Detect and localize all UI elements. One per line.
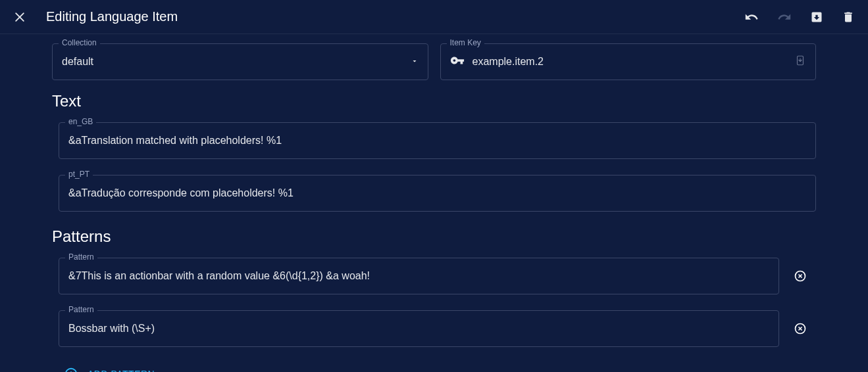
archive-icon xyxy=(810,11,823,24)
pattern-input-1[interactable] xyxy=(68,323,769,335)
collection-field-wrap: Collection default xyxy=(52,43,428,80)
redo-icon xyxy=(777,10,792,24)
item-key-input[interactable] xyxy=(472,56,795,68)
page-title: Editing Language Item xyxy=(46,9,178,24)
key-icon xyxy=(450,53,465,70)
close-icon xyxy=(13,11,26,24)
pattern-input-wrap-0[interactable] xyxy=(59,258,779,294)
svg-point-9 xyxy=(66,369,77,372)
pattern-label-1: Pattern xyxy=(65,305,97,314)
add-pattern-label: ADD PATTERN xyxy=(88,369,155,372)
text-label-pt-pt: pt_PT xyxy=(65,170,93,179)
text-input-pt-pt-wrap[interactable] xyxy=(59,175,816,212)
pattern-input-wrap-1[interactable] xyxy=(59,310,779,347)
text-fields-group: en_GB pt_PT xyxy=(59,122,816,212)
patterns-section-title: Patterns xyxy=(52,227,816,246)
redo-button xyxy=(776,9,793,26)
item-key-label: Item Key xyxy=(447,38,484,47)
item-key-field[interactable] xyxy=(440,43,817,80)
text-input-en-gb-wrap[interactable] xyxy=(59,122,816,159)
header-left: Editing Language Item xyxy=(12,9,178,25)
text-field-en-gb: en_GB xyxy=(59,122,816,159)
undo-button[interactable] xyxy=(743,9,760,26)
header: Editing Language Item xyxy=(0,0,868,34)
plus-circle-icon xyxy=(64,367,78,372)
collection-select[interactable]: default xyxy=(52,43,428,80)
trash-icon xyxy=(842,11,855,24)
content: Collection default Item Key xyxy=(0,34,868,372)
text-input-en-gb[interactable] xyxy=(68,135,806,147)
text-input-pt-pt[interactable] xyxy=(68,187,806,199)
undo-icon xyxy=(744,10,759,24)
collection-label: Collection xyxy=(59,38,100,47)
header-actions xyxy=(743,9,856,26)
remove-circle-icon xyxy=(794,269,807,283)
clipboard-icon[interactable] xyxy=(794,55,806,69)
item-key-field-wrap: Item Key xyxy=(440,43,817,80)
chevron-down-icon xyxy=(411,56,419,68)
archive-button[interactable] xyxy=(809,9,825,25)
pattern-field-wrap-1: Pattern xyxy=(59,310,779,347)
delete-button[interactable] xyxy=(840,9,856,25)
remove-pattern-button-1[interactable] xyxy=(794,322,807,335)
pattern-field-wrap-0: Pattern xyxy=(59,258,779,294)
collection-value: default xyxy=(62,56,93,68)
remove-circle-icon xyxy=(794,322,807,335)
close-button[interactable] xyxy=(12,9,28,25)
text-field-pt-pt: pt_PT xyxy=(59,175,816,212)
top-row: Collection default Item Key xyxy=(52,43,816,80)
pattern-input-0[interactable] xyxy=(68,270,769,282)
remove-pattern-button-0[interactable] xyxy=(794,269,807,283)
text-section-title: Text xyxy=(52,92,816,110)
pattern-label-0: Pattern xyxy=(65,252,97,262)
pattern-row-1: Pattern xyxy=(52,310,816,347)
add-pattern-button[interactable]: ADD PATTERN xyxy=(59,363,160,372)
text-label-en-gb: en_GB xyxy=(65,117,96,126)
pattern-row-0: Pattern xyxy=(52,258,816,294)
